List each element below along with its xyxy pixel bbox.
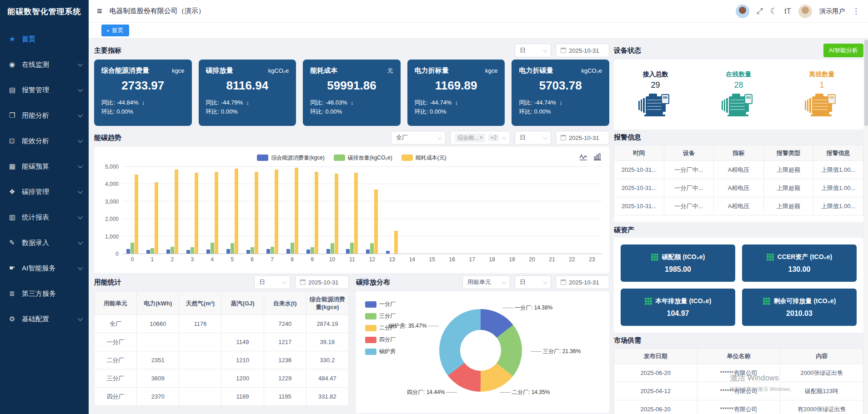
table-cell: 2025-10-31...	[614, 161, 664, 179]
table-cell: 上限超额	[763, 161, 813, 179]
trend-scope-select[interactable]: 全厂	[391, 131, 446, 145]
trend-metric-multiselect[interactable]: 综合能...× +2	[450, 131, 510, 145]
table-cell: 上限超额	[763, 179, 813, 197]
ai-service-icon: ☛	[9, 264, 22, 272]
bar-group[interactable]	[182, 167, 202, 254]
scrollbar-thumb[interactable]	[864, 40, 868, 126]
legend-item[interactable]: 综合能源消费量(kgce)	[257, 154, 324, 162]
chevron-down-icon	[437, 135, 442, 140]
kpi-card: 电力折碳量kgCO₂e5703.78同比: -44.74% ↓环比: 0.00%	[512, 60, 609, 126]
bar-group[interactable]	[382, 167, 402, 254]
sidebar-item[interactable]: ▦能碳预算	[0, 154, 89, 179]
bar-group[interactable]	[422, 167, 442, 254]
bar-group[interactable]	[482, 167, 502, 254]
emission-date-picker[interactable]: 2025-10-31	[556, 275, 609, 289]
bar-group[interactable]	[442, 167, 462, 254]
sidebar-item[interactable]: ❖碳排管理	[0, 179, 89, 205]
trend-filters: 全厂 综合能...× +2 日 2025-10-31	[391, 131, 609, 145]
bar-group[interactable]	[462, 167, 482, 254]
table-row: 2025-04-12******有限公司碳配额123吨	[614, 382, 863, 400]
table-cell: 2025-04-12	[614, 382, 697, 400]
pie-legend-item[interactable]: 四分厂	[365, 336, 396, 344]
pie-legend-item[interactable]: 锅炉房	[365, 348, 396, 355]
bar-group[interactable]	[322, 167, 342, 254]
alarm-section-head: 报警信息	[614, 131, 863, 143]
line-chart-toggle-icon[interactable]	[579, 153, 587, 160]
x-axis-tick-label: 7	[262, 254, 282, 265]
bar	[206, 249, 210, 254]
table-row: 2025-06-20******有限公司2000张绿证出售	[614, 364, 863, 382]
legend-item[interactable]: 碳排放量(kgCO₂e)	[334, 154, 392, 162]
metric-more-tag[interactable]: +2	[488, 134, 499, 141]
emission-filters: 用能单元 日 2025-10-31	[462, 275, 609, 289]
sidebar-item[interactable]: ✎数据录入	[0, 230, 89, 255]
trend-plot-area: 01,0002,0003,0004,0005,000	[101, 167, 602, 254]
table-cell: 一分厂	[95, 333, 137, 351]
kpi-period-select[interactable]: 日	[515, 44, 551, 57]
bar-group[interactable]	[562, 167, 582, 254]
bar	[295, 168, 298, 254]
pie-legend-item[interactable]: 一分厂	[365, 300, 396, 308]
bar-group[interactable]	[522, 167, 542, 254]
bar-group[interactable]	[582, 167, 602, 254]
trend-period-select[interactable]: 日	[515, 131, 551, 145]
fullscreen-icon[interactable]: ⤢	[757, 7, 763, 16]
emission-section-head: 碳排放分布 用能单元 日 2025-10-31	[356, 275, 609, 289]
bar-group[interactable]	[362, 167, 382, 254]
kpi-yoy: 同比: -44.84% ↓	[101, 98, 185, 107]
font-size-icon[interactable]: tT	[784, 7, 791, 16]
metric-tag[interactable]: 综合能...×	[455, 134, 485, 142]
bar-group[interactable]	[262, 167, 282, 254]
bar-group[interactable]	[302, 167, 322, 254]
chevron-down-icon	[502, 135, 507, 140]
trend-section-head: 能碳趋势 全厂 综合能...× +2 日 2025-10-31	[94, 130, 609, 145]
down-arrow-icon: ↓	[246, 99, 249, 106]
pie-legend-item[interactable]: 三分厂	[365, 312, 396, 320]
bar-group[interactable]	[542, 167, 562, 254]
kpi-date-picker[interactable]: 2025-10-31	[556, 44, 609, 57]
x-axis-tick-label: 10	[322, 254, 342, 265]
close-icon[interactable]: ×	[480, 135, 483, 141]
bar-group[interactable]	[222, 167, 242, 254]
more-menu-icon[interactable]: ⋮	[852, 6, 860, 16]
dark-mode-moon-icon[interactable]: ☾	[770, 6, 777, 16]
bar-group[interactable]	[162, 167, 182, 254]
bar-group[interactable]	[282, 167, 302, 254]
bar-group[interactable]	[202, 167, 222, 254]
emission-period-select[interactable]: 日	[515, 275, 551, 289]
bar	[175, 170, 178, 254]
ai-analysis-button[interactable]: AI智能分析	[823, 44, 863, 57]
bar	[195, 173, 198, 254]
chevron-down-icon	[78, 265, 83, 270]
sidebar-item[interactable]: ☛AI智能服务	[0, 255, 89, 281]
emission-unit-select[interactable]: 用能单元	[462, 275, 510, 289]
sidebar-item[interactable]: ★首页	[0, 26, 89, 52]
table-cell: 10660	[137, 315, 179, 333]
assistant-avatar[interactable]	[736, 5, 749, 18]
sidebar-item[interactable]: ⊡能效分析	[0, 128, 89, 154]
sidebar-item[interactable]: ◉在线监测	[0, 52, 89, 77]
bar-group[interactable]	[142, 167, 162, 254]
bar-group[interactable]	[502, 167, 522, 254]
sidebar-item[interactable]: ▤报警管理	[0, 77, 89, 103]
bar-group[interactable]	[122, 167, 142, 254]
legend-item[interactable]: 能耗成本(元)	[401, 154, 447, 162]
bar-group[interactable]	[242, 167, 262, 254]
user-avatar[interactable]	[798, 5, 812, 18]
table-cell: A相电压	[714, 179, 764, 197]
bar-chart-toggle-icon[interactable]	[594, 153, 601, 160]
sidebar-item[interactable]: ❐用能分析	[0, 103, 89, 128]
tab-home[interactable]: ● 首页	[101, 25, 129, 36]
username[interactable]: 演示用户	[819, 7, 845, 15]
sidebar-item[interactable]: ▥统计报表	[0, 205, 89, 230]
bar-group[interactable]	[402, 167, 422, 254]
hamburger-icon[interactable]: ≡	[97, 6, 102, 16]
sidebar-item[interactable]: ≣第三方服务	[0, 281, 89, 306]
table-cell: 一分厂中...	[664, 179, 714, 197]
page-scrollbar[interactable]	[864, 39, 868, 414]
energy-period-select[interactable]: 日	[254, 275, 291, 289]
sidebar-item[interactable]: ⚙基础配置	[0, 306, 89, 332]
energy-date-picker[interactable]: 2025-10-31	[295, 275, 349, 289]
bar-group[interactable]	[342, 167, 362, 254]
trend-date-picker[interactable]: 2025-10-31	[556, 131, 609, 145]
